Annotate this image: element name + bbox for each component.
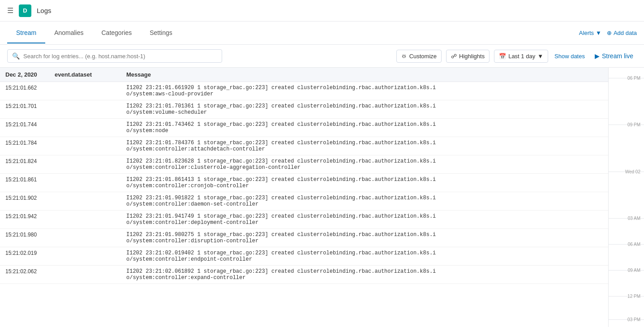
alerts-label: Alerts bbox=[579, 30, 594, 36]
log-dataset bbox=[49, 211, 121, 229]
add-data-button[interactable]: ⊕ Add data bbox=[607, 30, 637, 36]
date-range-picker[interactable]: 📅 Last 1 day ▼ bbox=[494, 50, 548, 63]
tab-actions: Alerts ▼ ⊕ Add data bbox=[579, 30, 637, 36]
timeline-label: 09 AM bbox=[628, 267, 640, 272]
highlights-button[interactable]: ☍ Highlights bbox=[446, 50, 489, 63]
timeline-label: 09 PM bbox=[627, 122, 640, 127]
app-title: Logs bbox=[37, 7, 52, 14]
log-time: 15:21:01.902 bbox=[0, 192, 49, 211]
customize-icon: ⛭ bbox=[401, 53, 407, 60]
log-dataset bbox=[49, 100, 121, 119]
play-icon: ▶ bbox=[595, 52, 600, 60]
log-message: I1202 23:21:01.901822 1 storage_rbac.go:… bbox=[121, 192, 608, 211]
hamburger-icon[interactable]: ☰ bbox=[7, 6, 13, 15]
log-dataset bbox=[49, 192, 121, 211]
log-message: I1202 23:21:01.823628 1 storage_rbac.go:… bbox=[121, 155, 608, 174]
search-icon: 🔍 bbox=[12, 52, 20, 60]
log-time: 15:21:01.980 bbox=[0, 229, 49, 247]
log-message: I1202 23:21:01.661920 1 storage_rbac.go:… bbox=[121, 82, 608, 100]
log-dataset bbox=[49, 155, 121, 174]
table-row[interactable]: 15:21:02.019I1202 23:21:02.019402 1 stor… bbox=[0, 247, 608, 266]
timeline-label: 12 PM bbox=[627, 293, 640, 298]
top-nav: ☰ D Logs bbox=[0, 0, 644, 21]
table-row[interactable]: 15:21:01.902I1202 23:21:01.901822 1 stor… bbox=[0, 192, 608, 211]
log-dataset bbox=[49, 266, 121, 284]
table-header-row: Dec 2, 2020 event.dataset Message bbox=[0, 68, 608, 82]
customize-label: Customize bbox=[409, 53, 437, 60]
timeline-label: 03 PM bbox=[627, 317, 640, 322]
log-dataset bbox=[49, 247, 121, 266]
table-row[interactable]: 15:21:02.062I1202 23:21:02.061892 1 stor… bbox=[0, 266, 608, 284]
log-dataset bbox=[49, 137, 121, 155]
chevron-down-icon: ▼ bbox=[537, 53, 543, 60]
table-row[interactable]: 15:21:01.662I1202 23:21:01.661920 1 stor… bbox=[0, 82, 608, 100]
plus-circle-icon: ⊕ bbox=[607, 30, 612, 36]
show-dates-button[interactable]: Show dates bbox=[553, 50, 587, 62]
log-message: I1202 23:21:01.980275 1 storage_rbac.go:… bbox=[121, 229, 608, 247]
log-time: 15:21:01.861 bbox=[0, 174, 49, 192]
calendar-icon: 📅 bbox=[499, 53, 506, 60]
log-time: 15:21:01.662 bbox=[0, 82, 49, 100]
stream-live-label: Stream live bbox=[602, 52, 633, 60]
customize-button[interactable]: ⛭ Customize bbox=[396, 50, 442, 63]
log-time: 15:21:01.942 bbox=[0, 211, 49, 229]
alerts-button[interactable]: Alerts ▼ bbox=[579, 30, 601, 36]
timeline-sidebar: 06 PM09 PMWed 0203 AM06 AM09 AM12 PM03 P… bbox=[608, 68, 644, 327]
date-range-label: Last 1 day bbox=[508, 53, 535, 60]
log-message: I1202 23:21:02.019402 1 storage_rbac.go:… bbox=[121, 247, 608, 266]
timeline-label: Wed 02 bbox=[625, 169, 640, 174]
log-time: 15:21:02.019 bbox=[0, 247, 49, 266]
log-message: I1202 23:21:01.743462 1 storage_rbac.go:… bbox=[121, 119, 608, 137]
table-row[interactable]: 15:21:01.701I1202 23:21:01.701361 1 stor… bbox=[0, 100, 608, 119]
table-row[interactable]: 15:21:01.744I1202 23:21:01.743462 1 stor… bbox=[0, 119, 608, 137]
log-time: 15:21:01.701 bbox=[0, 100, 49, 119]
tabs: Stream Anomalies Categories Settings bbox=[7, 23, 579, 43]
log-table-wrapper[interactable]: Dec 2, 2020 event.dataset Message 15:21:… bbox=[0, 68, 608, 327]
app-avatar: D bbox=[19, 4, 31, 17]
tab-bar: Stream Anomalies Categories Settings Ale… bbox=[0, 21, 644, 45]
log-time: 15:21:01.744 bbox=[0, 119, 49, 137]
timeline-label: 03 AM bbox=[628, 215, 640, 220]
search-box[interactable]: 🔍 bbox=[7, 49, 222, 63]
log-dataset bbox=[49, 174, 121, 192]
log-message: I1202 23:21:02.061892 1 storage_rbac.go:… bbox=[121, 266, 608, 284]
search-input[interactable] bbox=[23, 53, 217, 60]
highlights-label: Highlights bbox=[459, 53, 485, 60]
log-time: 15:21:01.784 bbox=[0, 137, 49, 155]
add-data-label: Add data bbox=[614, 30, 637, 36]
tab-categories[interactable]: Categories bbox=[93, 23, 141, 43]
log-container: Dec 2, 2020 event.dataset Message 15:21:… bbox=[0, 68, 644, 327]
table-row[interactable]: 15:21:01.942I1202 23:21:01.941749 1 stor… bbox=[0, 211, 608, 229]
log-dataset bbox=[49, 82, 121, 100]
highlights-icon: ☍ bbox=[451, 53, 457, 60]
tab-settings[interactable]: Settings bbox=[141, 23, 181, 43]
message-header: Message bbox=[121, 68, 608, 82]
date-header: Dec 2, 2020 bbox=[0, 68, 49, 82]
log-dataset bbox=[49, 229, 121, 247]
chevron-down-icon: ▼ bbox=[596, 30, 601, 36]
log-table: Dec 2, 2020 event.dataset Message 15:21:… bbox=[0, 68, 608, 284]
toolbar: 🔍 ⛭ Customize ☍ Highlights 📅 Last 1 day … bbox=[0, 45, 644, 68]
log-table-body: 15:21:01.662I1202 23:21:01.661920 1 stor… bbox=[0, 82, 608, 284]
table-row[interactable]: 15:21:01.980I1202 23:21:01.980275 1 stor… bbox=[0, 229, 608, 247]
stream-live-button[interactable]: ▶ Stream live bbox=[591, 50, 637, 62]
tab-anomalies[interactable]: Anomalies bbox=[45, 23, 92, 43]
table-row[interactable]: 15:21:01.861I1202 23:21:01.861413 1 stor… bbox=[0, 174, 608, 192]
table-row[interactable]: 15:21:01.824I1202 23:21:01.823628 1 stor… bbox=[0, 155, 608, 174]
log-time: 15:21:01.824 bbox=[0, 155, 49, 174]
log-time: 15:21:02.062 bbox=[0, 266, 49, 284]
dataset-header: event.dataset bbox=[49, 68, 121, 82]
timeline-label: 06 PM bbox=[627, 76, 640, 81]
log-dataset bbox=[49, 119, 121, 137]
timeline-label: 06 AM bbox=[628, 241, 640, 246]
log-message: I1202 23:21:01.941749 1 storage_rbac.go:… bbox=[121, 211, 608, 229]
tab-stream[interactable]: Stream bbox=[7, 23, 45, 43]
log-message: I1202 23:21:01.861413 1 storage_rbac.go:… bbox=[121, 174, 608, 192]
log-message: I1202 23:21:01.784376 1 storage_rbac.go:… bbox=[121, 137, 608, 155]
table-row[interactable]: 15:21:01.784I1202 23:21:01.784376 1 stor… bbox=[0, 137, 608, 155]
log-message: I1202 23:21:01.701361 1 storage_rbac.go:… bbox=[121, 100, 608, 119]
